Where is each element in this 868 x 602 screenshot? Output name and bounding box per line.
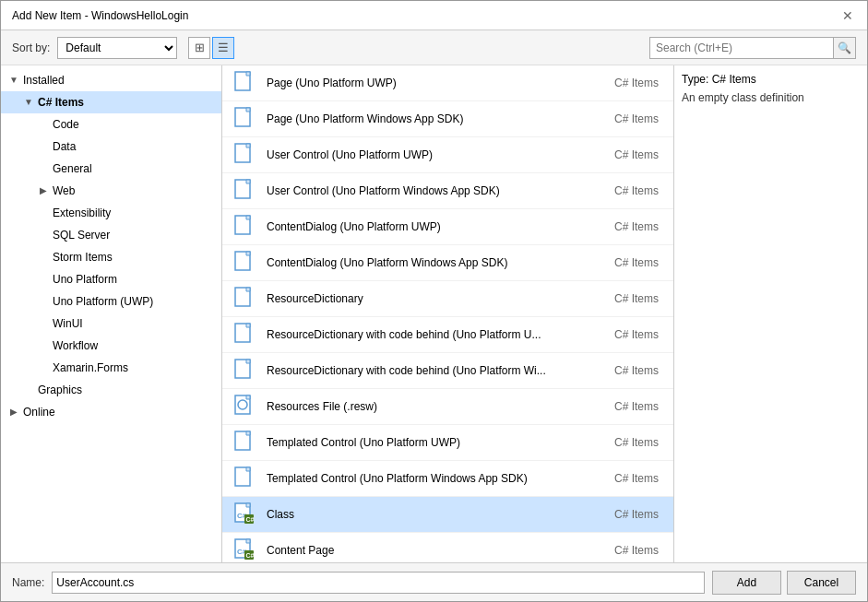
sidebar-label-extensibility: Extensibility bbox=[53, 204, 111, 222]
sidebar-label-workflow: Workflow bbox=[53, 336, 98, 355]
grid-view-button[interactable]: ⊞ bbox=[188, 37, 210, 59]
sidebar-item-data[interactable]: Data bbox=[1, 136, 221, 158]
sidebar-label-online: Online bbox=[23, 403, 55, 421]
sidebar-item-uno-platform[interactable]: Uno Platform bbox=[1, 268, 221, 290]
item-category-5: C# Items bbox=[614, 220, 666, 233]
sort-label: Sort by: bbox=[12, 41, 50, 54]
list-item[interactable]: ResourceDictionary with code behind (Uno… bbox=[222, 317, 673, 353]
list-item[interactable]: Page (Uno Platform UWP)C# Items bbox=[222, 65, 673, 101]
item-icon-7 bbox=[230, 284, 259, 313]
name-label: Name: bbox=[12, 576, 44, 589]
item-name-14: Content Page bbox=[267, 544, 614, 557]
list-view-button[interactable]: ☰ bbox=[212, 37, 234, 59]
sidebar-label-winui: WinUI bbox=[53, 314, 83, 333]
list-item[interactable]: Page (Uno Platform Windows App SDK)C# It… bbox=[222, 101, 673, 137]
list-item[interactable]: User Control (Uno Platform UWP)C# Items bbox=[222, 137, 673, 173]
sidebar-label-general: General bbox=[53, 159, 92, 178]
sidebar-item-online[interactable]: ▶Online bbox=[1, 401, 221, 423]
sidebar-item-web[interactable]: ▶Web bbox=[1, 180, 221, 202]
list-item[interactable]: ResourceDictionary with code behind (Uno… bbox=[222, 353, 673, 389]
sidebar-item-workflow[interactable]: Workflow bbox=[1, 335, 221, 357]
svg-marker-31 bbox=[246, 539, 250, 543]
cancel-button[interactable]: Cancel bbox=[787, 571, 856, 595]
svg-marker-9 bbox=[246, 216, 250, 219]
type-description: An empty class definition bbox=[682, 91, 860, 104]
sidebar-item-extensibility[interactable]: Extensibility bbox=[1, 202, 221, 224]
item-icon-2 bbox=[230, 104, 259, 134]
svg-text:C#: C# bbox=[246, 552, 255, 559]
item-icon-4 bbox=[230, 176, 259, 206]
item-name-9: ResourceDictionary with code behind (Uno… bbox=[267, 364, 614, 377]
sidebar-label-uno-platform-uwp: Uno Platform (UWP) bbox=[53, 292, 153, 311]
item-category-1: C# Items bbox=[614, 77, 666, 89]
svg-marker-3 bbox=[246, 108, 250, 112]
main-content: ▼Installed▼C# ItemsCodeDataGeneral▶WebEx… bbox=[1, 65, 867, 562]
view-buttons: ⊞ ☰ bbox=[188, 37, 234, 59]
search-input[interactable] bbox=[649, 37, 834, 59]
sidebar-item-installed[interactable]: ▼Installed bbox=[1, 69, 221, 91]
item-name-8: ResourceDictionary with code behind (Uno… bbox=[267, 328, 614, 341]
sidebar-item-general[interactable]: General bbox=[1, 158, 221, 180]
item-category-11: C# Items bbox=[614, 436, 666, 449]
sidebar-label-uno-platform: Uno Platform bbox=[53, 270, 117, 289]
item-name-1: Page (Uno Platform UWP) bbox=[267, 77, 614, 89]
sidebar-item-code[interactable]: Code bbox=[1, 113, 221, 136]
svg-text:C#: C# bbox=[246, 516, 255, 523]
list-item[interactable]: ContentDialog (Uno Platform Windows App … bbox=[222, 245, 673, 281]
item-name-2: Page (Uno Platform Windows App SDK) bbox=[267, 112, 614, 125]
list-item[interactable]: Resources File (.resw)C# Items bbox=[222, 389, 673, 425]
list-item[interactable]: ResourceDictionaryC# Items bbox=[222, 281, 673, 317]
dialog-title: Add New Item - WindowsHelloLogin bbox=[12, 9, 188, 22]
svg-marker-15 bbox=[246, 324, 250, 327]
list-item[interactable]: Templated Control (Uno Platform Windows … bbox=[222, 461, 673, 497]
sidebar-label-storm-items: Storm Items bbox=[53, 248, 113, 266]
item-category-4: C# Items bbox=[614, 184, 666, 197]
item-category-2: C# Items bbox=[614, 112, 666, 125]
sidebar-item-graphics[interactable]: Graphics bbox=[1, 379, 221, 401]
sidebar-label-sql-server: SQL Server bbox=[53, 226, 110, 244]
item-category-12: C# Items bbox=[614, 472, 666, 485]
close-button[interactable]: ✕ bbox=[839, 7, 856, 24]
name-input[interactable] bbox=[52, 572, 705, 594]
search-box: 🔍 bbox=[649, 37, 856, 59]
sort-select[interactable]: DefaultNameType bbox=[57, 37, 177, 59]
item-category-8: C# Items bbox=[614, 328, 666, 341]
sidebar-item-storm-items[interactable]: Storm Items bbox=[1, 246, 221, 268]
list-item[interactable]: C#C#ClassC# Items bbox=[222, 497, 673, 533]
list-item[interactable]: Templated Control (Uno Platform UWP)C# I… bbox=[222, 425, 673, 461]
item-icon-1 bbox=[230, 68, 259, 98]
sidebar-item-winui[interactable]: WinUI bbox=[1, 313, 221, 335]
svg-marker-24 bbox=[246, 467, 250, 471]
list-item[interactable]: User Control (Uno Platform Windows App S… bbox=[222, 173, 673, 209]
item-name-13: Class bbox=[267, 508, 614, 521]
item-category-7: C# Items bbox=[614, 292, 666, 305]
item-icon-5 bbox=[230, 212, 259, 242]
item-category-10: C# Items bbox=[614, 400, 666, 413]
sidebar-label-data: Data bbox=[53, 137, 76, 156]
item-category-14: C# Items bbox=[614, 544, 666, 557]
svg-marker-11 bbox=[246, 252, 250, 255]
sidebar-item-c-items[interactable]: ▼C# Items bbox=[1, 91, 221, 113]
add-button[interactable]: Add bbox=[712, 571, 781, 595]
item-name-6: ContentDialog (Uno Platform Windows App … bbox=[267, 256, 614, 269]
svg-marker-17 bbox=[246, 360, 250, 363]
type-label: Type: bbox=[682, 73, 708, 86]
search-icon[interactable]: 🔍 bbox=[834, 37, 856, 59]
item-name-12: Templated Control (Uno Platform Windows … bbox=[267, 472, 614, 485]
sidebar-item-xamarin-forms[interactable]: Xamarin.Forms bbox=[1, 357, 221, 379]
right-panel: Type: C# Items An empty class definition bbox=[673, 65, 867, 562]
list-item[interactable]: ContentDialog (Uno Platform UWP)C# Items bbox=[222, 209, 673, 245]
item-name-10: Resources File (.resw) bbox=[267, 400, 614, 413]
toolbar: Sort by: DefaultNameType ⊞ ☰ 🔍 bbox=[1, 30, 867, 65]
action-buttons: Add Cancel bbox=[712, 571, 856, 595]
list-item[interactable]: C#C#Content PageC# Items bbox=[222, 533, 673, 562]
item-category-6: C# Items bbox=[614, 256, 666, 269]
sidebar-item-sql-server[interactable]: SQL Server bbox=[1, 224, 221, 246]
sidebar-label-installed: Installed bbox=[23, 71, 65, 89]
sidebar-label-xamarin-forms: Xamarin.Forms bbox=[53, 359, 128, 377]
sidebar-label-graphics: Graphics bbox=[38, 381, 82, 399]
item-category-9: C# Items bbox=[614, 364, 666, 377]
item-icon-10 bbox=[230, 392, 259, 421]
sidebar-item-uno-platform-uwp[interactable]: Uno Platform (UWP) bbox=[1, 290, 221, 313]
tree-arrow-installed: ▼ bbox=[8, 71, 19, 89]
